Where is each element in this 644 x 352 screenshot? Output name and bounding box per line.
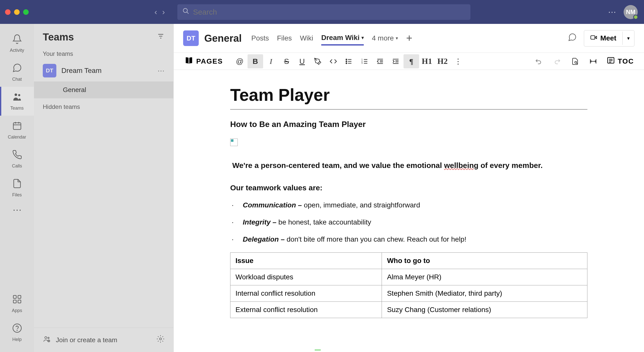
calendar-icon [12,121,22,133]
svg-point-13 [17,330,17,330]
svg-point-2 [15,93,17,96]
document-scroll[interactable]: Team Player How to Be an Amazing Team Pl… [174,70,644,352]
meet-button-group: Meet ▾ [584,30,634,47]
contacts-table: Issue Who to go to Workload disputes Alm… [230,252,587,318]
rail-help[interactable]: Help [0,318,34,347]
value-item: Integrity – be honest, take accountabili… [230,218,587,226]
phone-icon [12,150,22,162]
tab-more[interactable]: 4 more ▾ [372,32,398,45]
indent-button[interactable] [388,54,404,68]
rail-apps[interactable]: Apps [0,289,34,318]
value-item: Communication – open, immediate, and str… [230,201,587,209]
broken-image-icon [230,139,238,146]
tab-files[interactable]: Files [277,32,292,45]
team-name: Dream Team [61,67,152,75]
document[interactable]: Team Player How to Be an Amazing Team Pl… [215,80,602,342]
svg-rect-11 [18,300,21,303]
table-row: Workload disputes Alma Meyer (HR) [230,269,587,285]
toc-button[interactable]: TOC [603,56,637,67]
find-button[interactable] [567,54,583,68]
teams-sidebar: Teams Your teams DT Dream Team ⋯ General… [34,24,174,352]
apps-icon [12,294,22,306]
svg-point-22 [159,338,162,340]
join-create-team[interactable]: Join or create a team [56,336,151,344]
values-heading: Our teamwork values are: [230,184,587,192]
rail-chat[interactable]: Chat [0,58,34,87]
redo-button[interactable] [549,54,565,68]
maximize-window[interactable] [23,9,29,15]
hidden-teams-label[interactable]: Hidden teams [34,98,173,115]
italic-button[interactable]: I [263,54,279,68]
app-rail: Activity Chat Teams Calendar [0,24,34,352]
filter-icon[interactable] [157,32,165,42]
teams-icon [12,92,22,104]
minimize-window[interactable] [14,9,20,15]
gear-icon[interactable] [156,335,165,345]
add-team-icon [43,335,51,345]
search-input[interactable] [193,8,465,16]
rail-calendar[interactable]: Calendar [0,116,34,145]
toc-icon [607,56,615,67]
rail-activity[interactable]: Activity [0,29,34,58]
meet-dropdown[interactable]: ▾ [622,32,634,45]
meet-button[interactable]: Meet [584,30,622,46]
highlight-button[interactable] [310,54,326,68]
team-avatar: DT [43,64,56,77]
svg-text:3: 3 [361,62,363,64]
tab-posts[interactable]: Posts [251,32,269,45]
svg-rect-4 [13,123,21,129]
channel-general[interactable]: General [34,81,173,98]
outdent-button[interactable] [372,54,388,68]
search-box[interactable] [177,4,470,20]
pages-button[interactable]: PAGES [181,56,227,67]
team-more[interactable]: ⋯ [157,67,165,75]
add-tab[interactable]: + [406,32,412,44]
rail-teams[interactable]: Teams [0,87,34,116]
code-button[interactable] [326,54,341,68]
avatar-initials: NM [626,9,635,16]
strikethrough-button[interactable]: S [279,54,294,68]
underline-button[interactable]: U [294,54,310,68]
tab-wiki[interactable]: Wiki [300,32,313,45]
search-icon [182,8,189,16]
h2-button[interactable]: H2 [435,54,450,68]
titlebar-more[interactable]: ⋯ [608,7,616,17]
paragraph-button[interactable]: ¶ [404,54,419,68]
sidebar-title: Teams [43,31,74,43]
channel-header: DT General Posts Files Wiki Dream Wiki ▾… [174,24,644,53]
tab-dream-wiki[interactable]: Dream Wiki ▾ [321,31,364,46]
video-icon [590,34,597,43]
expand-button[interactable] [585,54,601,68]
numbered-list-button[interactable]: 123 [357,54,372,68]
mention-button[interactable]: @ [232,54,248,68]
rail-calls[interactable]: Calls [0,145,34,173]
channel-avatar: DT [183,30,199,46]
bold-button[interactable]: B [248,54,263,68]
rail-files[interactable]: Files [0,173,34,202]
chat-icon [12,63,22,75]
value-item: Delegation – don't bite off more than yo… [230,235,587,243]
svg-point-18 [48,337,49,338]
user-avatar[interactable]: NM [624,5,638,19]
nav-back[interactable]: ‹ [154,7,157,17]
svg-point-0 [183,9,187,13]
values-list: Communication – open, immediate, and str… [230,201,587,243]
svg-line-46 [577,63,577,64]
bell-icon [12,34,22,46]
svg-point-29 [346,61,347,62]
close-window[interactable] [5,9,11,15]
your-teams-label: Your teams [34,48,173,60]
team-row[interactable]: DT Dream Team ⋯ [34,60,173,81]
conversation-icon[interactable] [568,33,577,44]
undo-button[interactable] [531,54,547,68]
h1-button[interactable]: H1 [419,54,435,68]
nav-forward[interactable]: › [162,7,165,17]
toolbar-more[interactable]: ⋮ [450,54,466,68]
table-header: Issue [230,253,382,269]
rail-more[interactable]: ⋯ [13,205,22,215]
bullet-list-button[interactable] [341,54,357,68]
table-header-row: Issue Who to go to [230,253,587,269]
svg-point-30 [346,63,347,64]
svg-marker-24 [595,36,597,38]
doc-subtitle: How to Be an Amazing Team Player [230,120,587,129]
